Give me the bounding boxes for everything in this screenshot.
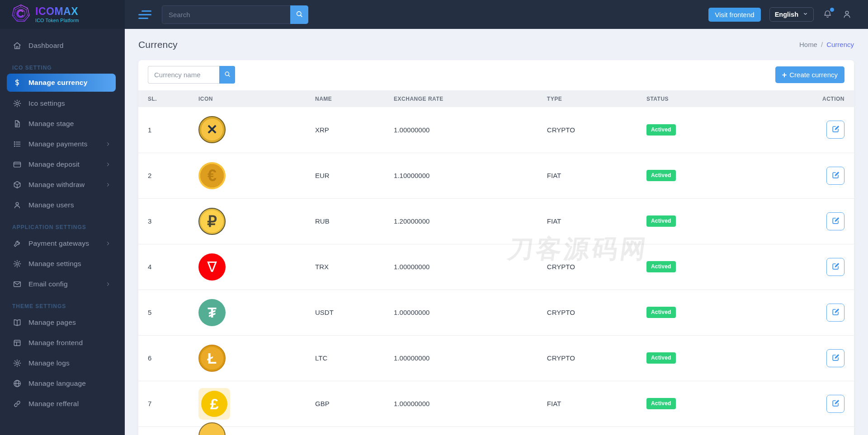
edit-icon xyxy=(831,262,840,272)
sidebar-item-manage-language[interactable]: Manage language xyxy=(7,373,116,393)
breadcrumb-home[interactable]: Home xyxy=(799,41,817,48)
home-icon xyxy=(13,41,22,50)
edit-button[interactable] xyxy=(826,349,844,367)
sidebar-item-manage-payments[interactable]: Manage payments xyxy=(7,134,116,154)
sidebar-item-label: Manage users xyxy=(28,201,74,209)
sidebar-item-manage-refferal[interactable]: Manage refferal xyxy=(7,393,116,414)
sidebar-item-manage-settings[interactable]: Manage settings xyxy=(7,253,116,274)
sidebar-item-manage-frontend[interactable]: Manage frontend xyxy=(7,332,116,353)
table-row: 5 ₮ USDT 1.00000000 CRYPTO Actived xyxy=(138,290,854,335)
create-currency-button[interactable]: + Create currency xyxy=(775,66,844,83)
edit-icon xyxy=(831,399,840,409)
sidebar-item-manage-users[interactable]: Manage users xyxy=(7,195,116,215)
cell-type xyxy=(547,426,646,435)
sidebar-item-label: Payment gateways xyxy=(28,239,89,248)
edit-button[interactable] xyxy=(826,395,844,413)
cell-sl: 5 xyxy=(138,290,198,335)
global-search-button[interactable] xyxy=(290,5,308,24)
layout-icon xyxy=(13,338,22,347)
edit-icon xyxy=(831,171,840,181)
cell-sl: 1 xyxy=(138,107,198,153)
column-header-exchange-rate: EXCHANGE RATE xyxy=(394,90,547,107)
edit-button[interactable] xyxy=(826,121,844,139)
breadcrumb: Home / Currency xyxy=(799,41,854,48)
cell-name: XRP xyxy=(315,107,394,153)
cell-exchange-rate: 1.00000000 xyxy=(394,335,547,381)
dollar-icon xyxy=(13,78,22,87)
sidebar-item-label: Manage deposit xyxy=(28,160,80,168)
cell-type: FIAT xyxy=(547,381,646,426)
cell-sl: 7 xyxy=(138,381,198,426)
sidebar: ICOMAX ICO Token Platform DashboardICO S… xyxy=(0,0,125,435)
cell-type: CRYPTO xyxy=(547,290,646,335)
sidebar-item-label: Manage frontend xyxy=(28,339,83,347)
sidebar-item-manage-logs[interactable]: Manage logs xyxy=(7,353,116,373)
status-badge: Actived xyxy=(646,352,676,364)
notifications-button[interactable] xyxy=(822,9,833,20)
cell-exchange-rate: 1.00000000 xyxy=(394,381,547,426)
status-badge: Actived xyxy=(646,170,676,181)
sidebar-item-label: Manage currency xyxy=(28,79,88,87)
breadcrumb-separator: / xyxy=(821,41,823,48)
sidebar-item-manage-pages[interactable]: Manage pages xyxy=(7,312,116,332)
sidebar-item-manage-withdraw[interactable]: Manage withdraw xyxy=(7,174,116,195)
user-icon xyxy=(842,13,852,21)
table-row: 2 € EUR 1.10000000 FIAT Actived xyxy=(138,153,854,198)
cell-sl: 4 xyxy=(138,244,198,290)
visit-frontend-button[interactable]: Visit frontend xyxy=(708,8,760,22)
cell-sl: 2 xyxy=(138,153,198,198)
table-row xyxy=(138,426,854,435)
rub-coin-icon: ₽ xyxy=(198,208,226,235)
book-icon xyxy=(13,318,22,327)
profile-button[interactable] xyxy=(842,9,853,20)
table-header-row: SL.ICONNAMEEXCHANGE RATETYPESTATUSACTION xyxy=(138,90,854,107)
sidebar-item-manage-currency[interactable]: Manage currency xyxy=(7,74,116,92)
column-header-status: STATUS xyxy=(646,90,804,107)
currency-table: SL.ICONNAMEEXCHANGE RATETYPESTATUSACTION… xyxy=(138,90,854,435)
sidebar-section-ico-setting: ICO SETTING xyxy=(12,65,125,71)
sidebar-item-manage-stage[interactable]: Manage stage xyxy=(7,113,116,134)
column-header-icon: ICON xyxy=(198,90,315,107)
cell-exchange-rate: 1.00000000 xyxy=(394,107,547,153)
status-badge: Actived xyxy=(646,398,676,409)
global-search-input[interactable] xyxy=(162,5,290,24)
cell-name: EUR xyxy=(315,153,394,198)
cell-name: RUB xyxy=(315,198,394,244)
currency-filter xyxy=(148,66,235,84)
brand-logo[interactable]: ICOMAX ICO Token Platform xyxy=(0,0,125,29)
sidebar-item-email-config[interactable]: Email config xyxy=(7,274,116,294)
sidebar-item-label: Manage settings xyxy=(28,260,81,268)
chevron-right-icon xyxy=(105,182,111,188)
sidebar-item-label: Manage logs xyxy=(28,359,70,367)
currency-icon-frame xyxy=(198,422,226,435)
edit-button[interactable] xyxy=(826,212,844,230)
currency-name-input[interactable] xyxy=(148,66,219,84)
bell-icon xyxy=(822,13,833,21)
cell-exchange-rate: 1.20000000 xyxy=(394,198,547,244)
cell-name: LTC xyxy=(315,335,394,381)
edit-button[interactable] xyxy=(826,167,844,185)
edit-button[interactable] xyxy=(826,304,844,322)
cell-exchange-rate: 1.10000000 xyxy=(394,153,547,198)
language-select[interactable]: English xyxy=(769,7,814,22)
sidebar-item-dashboard[interactable]: Dashboard xyxy=(7,35,116,56)
hamburger-menu-icon[interactable] xyxy=(138,10,151,19)
edit-button[interactable] xyxy=(826,258,844,276)
cell-type: FIAT xyxy=(547,153,646,198)
sidebar-item-label: Dashboard xyxy=(28,42,64,50)
ltc-coin-icon: Ł xyxy=(198,345,226,372)
currency-icon-frame: Ł xyxy=(198,345,226,372)
chevron-right-icon xyxy=(105,281,111,287)
global-search xyxy=(162,5,308,24)
main-content: Currency Home / Currency + Create curren… xyxy=(125,29,868,435)
cell-name xyxy=(315,426,394,435)
sidebar-item-ico-settings[interactable]: Ico settings xyxy=(7,93,116,113)
sidebar-item-manage-deposit[interactable]: Manage deposit xyxy=(7,154,116,174)
sidebar-item-payment-gateways[interactable]: Payment gateways xyxy=(7,233,116,253)
currency-filter-search-button[interactable] xyxy=(219,66,235,84)
sidebar-item-label: Manage language xyxy=(28,379,86,388)
sidebar-item-label: Email config xyxy=(28,280,68,288)
column-header-action: ACTION xyxy=(804,90,854,107)
mail-icon xyxy=(13,280,22,289)
cell-exchange-rate: 1.00000000 xyxy=(394,290,547,335)
